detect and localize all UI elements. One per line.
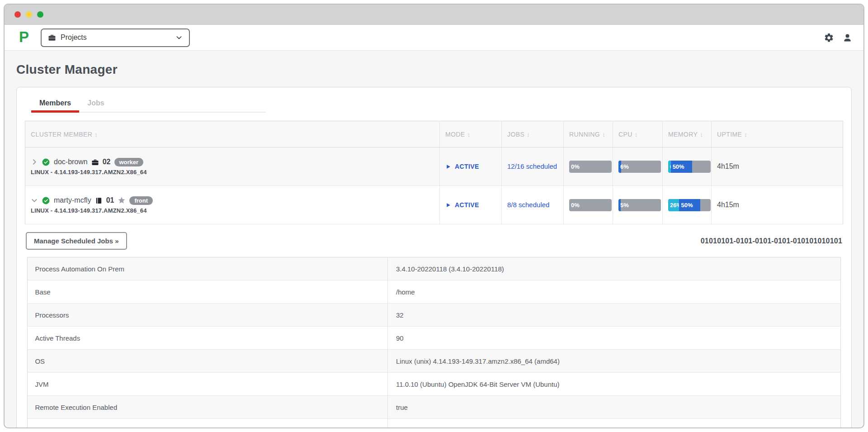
detail-label: Active Threads <box>28 327 388 350</box>
chevron-right-icon[interactable] <box>31 158 38 166</box>
user-icon[interactable] <box>842 33 853 43</box>
member-name[interactable]: doc-brown <box>54 158 88 166</box>
cpu-progress-bar: 6% <box>618 161 661 173</box>
member-cell: marty-mcfly 01 front LINUX - 4.14.193-14… <box>25 186 440 224</box>
member-os: LINUX - 4.14.193-149.317.AMZN2.X86_64 <box>31 207 439 214</box>
details-row: Base/home <box>28 280 840 304</box>
member-name[interactable]: marty-mcfly <box>54 196 91 204</box>
page-title: Cluster Manager <box>16 62 852 77</box>
cpu-progress-label: 6% <box>620 161 629 173</box>
gear-icon[interactable] <box>824 33 834 43</box>
details-row: Active Threads90 <box>28 327 840 350</box>
col-header-running[interactable]: RUNNING↕ <box>564 121 613 147</box>
running-cell: 0% <box>564 147 613 186</box>
sort-icon: ↕ <box>527 131 530 138</box>
jobs-cell: 8/8 scheduled <box>502 186 564 224</box>
memory-seg2-label: 50% <box>671 163 684 170</box>
running-progress-label: 0% <box>571 161 580 173</box>
running-progress-bar: 0% <box>569 199 612 211</box>
minimize-window-button[interactable] <box>26 11 32 18</box>
mode-cell: ACTIVE <box>440 186 502 224</box>
mode-active-link[interactable]: ACTIVE <box>445 163 501 170</box>
detail-value: 11.0.10 (Ubuntu) OpenJDK 64-Bit Server V… <box>388 373 841 396</box>
page-content: Cluster Manager Members Jobs CLUSTER MEM… <box>5 62 863 428</box>
role-badge: worker <box>114 158 144 166</box>
details-row: JVM11.0.10 (Ubuntu) OpenJDK 64-Bit Serve… <box>28 373 840 396</box>
detail-value: Linux (unix) 4.14.193-149.317.amzn2.x86_… <box>388 350 841 373</box>
cpu-cell: 6% <box>613 147 663 186</box>
member-row-doc-brown: doc-brown 02 worker LINUX - 4.14.193-149… <box>25 147 843 186</box>
member-os: LINUX - 4.14.193-149.317.AMZN2.X86_64 <box>31 169 439 176</box>
col-header-memory[interactable]: MEMORY↕ <box>663 121 712 147</box>
jobs-cell: 12/16 scheduled <box>502 147 564 186</box>
col-header-cpu[interactable]: CPU↕ <box>613 121 663 147</box>
tab-members[interactable]: Members <box>31 93 79 112</box>
details-row: Process Automation On Prem3.4.10-2022011… <box>28 257 840 280</box>
detail-label: Remote Execution Default Policy <box>28 419 388 429</box>
tab-jobs[interactable]: Jobs <box>79 93 112 112</box>
cpu-cell: 5% <box>613 186 663 224</box>
manage-scheduled-jobs-button[interactable]: Manage Scheduled Jobs » <box>26 232 127 250</box>
sort-icon: ↕ <box>94 131 98 138</box>
role-badge: front <box>129 196 153 205</box>
sort-icon: ↕ <box>700 131 703 138</box>
journal-icon <box>95 197 103 204</box>
close-window-button[interactable] <box>14 11 21 18</box>
members-table: CLUSTER MEMBER↕ MODE↕ JOBS↕ RUNNING↕ CPU… <box>25 121 843 224</box>
member-count: 01 <box>106 196 114 204</box>
details-row: Remote Execution Default PolicyNone <box>28 419 840 429</box>
detail-value: true <box>388 396 841 419</box>
top-navbar: P Projects <box>5 25 863 51</box>
memory-progress-bar: 6% 50% <box>668 161 711 173</box>
uptime-value: 4h15m <box>717 201 739 209</box>
col-header-uptime[interactable]: UPTIME↕ <box>712 121 843 147</box>
col-header-jobs[interactable]: JOBS↕ <box>502 121 564 147</box>
member-cell: doc-brown 02 worker LINUX - 4.14.193-149… <box>25 147 440 186</box>
member-row-marty-mcfly: marty-mcfly 01 front LINUX - 4.14.193-14… <box>25 186 843 224</box>
chevron-down-icon[interactable] <box>31 197 38 204</box>
sort-icon: ↕ <box>635 131 638 138</box>
members-table-header: CLUSTER MEMBER↕ MODE↕ JOBS↕ RUNNING↕ CPU… <box>25 121 843 147</box>
scheduled-jobs-link[interactable]: 8/8 scheduled <box>507 200 554 210</box>
detail-label: OS <box>28 350 388 373</box>
running-progress-label: 0% <box>571 199 580 211</box>
detail-label: Process Automation On Prem <box>28 257 388 280</box>
detail-value: 3.4.10-20220118 (3.4.10-20220118) <box>388 257 841 280</box>
col-header-cluster-member[interactable]: CLUSTER MEMBER↕ <box>25 121 440 147</box>
projects-dropdown-label: Projects <box>61 33 171 42</box>
scheduled-jobs-link[interactable]: 12/16 scheduled <box>507 161 561 171</box>
memory-seg1-label: 26% <box>668 202 679 209</box>
mode-active-link[interactable]: ACTIVE <box>445 201 501 209</box>
cpu-progress-label: 5% <box>620 199 629 211</box>
details-row: Remote Execution Enabledtrue <box>28 396 840 419</box>
zoom-window-button[interactable] <box>37 11 43 18</box>
memory-cell: 26% 50% <box>663 186 712 224</box>
projects-dropdown[interactable]: Projects <box>41 28 190 47</box>
mode-cell: ACTIVE <box>440 147 502 186</box>
check-circle-icon <box>42 158 50 166</box>
memory-cell: 6% 50% <box>663 147 712 186</box>
details-table-body: Process Automation On Prem3.4.10-2022011… <box>28 257 840 429</box>
detail-value: /home <box>388 280 841 304</box>
cluster-id-text: 01010101-0101-0101-0101-010101010101 <box>701 237 842 245</box>
tabstrip: Members Jobs <box>31 93 266 113</box>
play-icon <box>445 202 451 208</box>
details-row: Processors32 <box>28 304 840 327</box>
app-window: P Projects Cluster Manager Members Jobs <box>4 4 864 428</box>
chevron-down-icon <box>175 34 183 41</box>
check-circle-icon <box>42 196 50 205</box>
detail-value: 32 <box>388 304 841 327</box>
detail-label: JVM <box>28 373 388 396</box>
member-count: 02 <box>103 158 111 166</box>
detail-value: 90 <box>388 327 841 350</box>
col-header-mode[interactable]: MODE↕ <box>440 121 502 147</box>
star-icon <box>118 196 126 204</box>
detail-label: Remote Execution Enabled <box>28 396 388 419</box>
detail-value: None <box>388 419 841 429</box>
uptime-cell: 4h15m <box>712 186 843 224</box>
memory-progress-bar: 26% 50% <box>668 199 711 211</box>
memory-seg2-label: 50% <box>679 202 693 209</box>
app-logo: P <box>19 29 29 44</box>
cpu-progress-bar: 5% <box>618 199 661 211</box>
cluster-panel: Members Jobs CLUSTER MEMBER↕ MODE↕ JOBS↕… <box>16 87 852 428</box>
